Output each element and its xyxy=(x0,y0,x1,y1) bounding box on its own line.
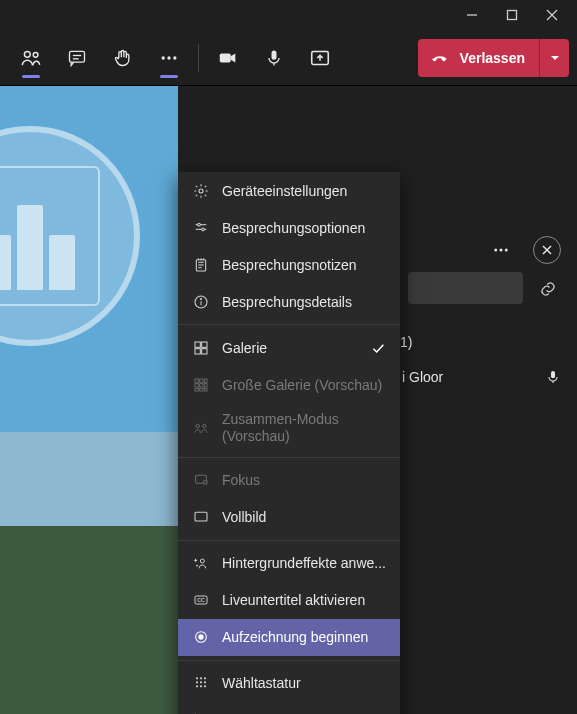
svg-point-54 xyxy=(200,559,204,563)
info-icon xyxy=(192,293,210,311)
meeting-stage: 1) i Gloor Geräteeinstellungen Besprechu… xyxy=(0,86,577,714)
camera-button[interactable] xyxy=(205,34,251,82)
menu-fullscreen[interactable]: Vollbild xyxy=(178,499,400,536)
menu-label: Aufzeichnung beginnen xyxy=(222,629,368,645)
svg-point-9 xyxy=(162,56,165,59)
menu-label: Zusammen-Modus xyxy=(222,411,339,428)
svg-rect-45 xyxy=(204,383,207,386)
svg-rect-1 xyxy=(508,11,517,20)
svg-rect-40 xyxy=(195,379,198,382)
cc-icon: CC xyxy=(192,591,210,609)
minimize-button[interactable] xyxy=(461,4,483,26)
copy-link-button[interactable] xyxy=(531,272,565,306)
focus-icon xyxy=(192,471,210,489)
video-tile xyxy=(0,86,178,714)
close-button[interactable] xyxy=(541,4,563,26)
more-actions-button[interactable] xyxy=(146,34,192,82)
svg-rect-13 xyxy=(272,50,277,59)
panel-more-button[interactable] xyxy=(487,236,515,264)
svg-rect-44 xyxy=(200,383,203,386)
svg-point-66 xyxy=(200,685,202,687)
menu-label: Geräteeinstellungen xyxy=(222,183,347,199)
leave-button[interactable]: Verlassen xyxy=(418,39,539,77)
svg-rect-46 xyxy=(195,388,198,391)
menu-separator xyxy=(178,324,400,325)
svg-point-25 xyxy=(202,228,205,231)
svg-rect-36 xyxy=(195,342,200,347)
svg-point-62 xyxy=(196,681,198,683)
meeting-toolbar: Verlassen xyxy=(0,30,577,86)
svg-point-50 xyxy=(203,424,206,427)
share-screen-button[interactable] xyxy=(297,34,343,82)
raise-hand-button[interactable] xyxy=(100,34,146,82)
record-icon xyxy=(192,628,210,646)
menu-label: Vollbild xyxy=(222,509,266,525)
menu-large-gallery: Große Galerie (Vorschau) xyxy=(178,366,400,403)
svg-point-35 xyxy=(200,298,201,299)
menu-label: Besprechungsdetails xyxy=(222,294,352,310)
chat-button[interactable] xyxy=(54,34,100,82)
menu-background-effects[interactable]: Hintergrundeffekte anwe... xyxy=(178,545,400,582)
svg-point-10 xyxy=(167,56,170,59)
svg-point-4 xyxy=(24,51,30,57)
menu-separator xyxy=(178,457,400,458)
menu-meeting-details[interactable]: Besprechungsdetails xyxy=(178,283,400,320)
svg-point-59 xyxy=(196,677,198,679)
participant-search-input[interactable] xyxy=(408,272,523,304)
menu-together-mode: Zusammen-Modus (Vorschau) xyxy=(178,403,400,453)
menu-label: Große Galerie (Vorschau) xyxy=(222,377,382,393)
university-seal-logo xyxy=(0,126,140,346)
svg-rect-47 xyxy=(200,388,203,391)
leave-dropdown-button[interactable] xyxy=(539,39,569,77)
grid-2x2-icon xyxy=(192,339,210,357)
menu-live-captions[interactable]: CC Liveuntertitel aktivieren xyxy=(178,582,400,619)
svg-point-5 xyxy=(33,52,38,57)
svg-rect-38 xyxy=(195,348,200,353)
dialpad-icon xyxy=(192,674,210,692)
gear-icon xyxy=(192,182,210,200)
svg-point-49 xyxy=(196,424,199,427)
svg-rect-53 xyxy=(195,512,207,521)
grid-3x3-icon xyxy=(192,376,210,394)
svg-point-60 xyxy=(200,677,202,679)
menu-separator xyxy=(178,540,400,541)
hangup-icon xyxy=(430,48,450,68)
menu-meeting-options[interactable]: Besprechungsoptionen xyxy=(178,209,400,246)
maximize-button[interactable] xyxy=(501,4,523,26)
more-actions-menu: Geräteeinstellungen Besprechungsoptionen… xyxy=(178,172,400,714)
menu-label: Fokus xyxy=(222,472,260,488)
menu-start-recording[interactable]: Aufzeichnung beginnen xyxy=(178,619,400,656)
check-icon xyxy=(370,340,386,356)
menu-sublabel: (Vorschau) xyxy=(222,428,339,445)
svg-point-64 xyxy=(204,681,206,683)
together-icon xyxy=(192,419,210,437)
fullscreen-icon xyxy=(192,508,210,526)
panel-close-button[interactable] xyxy=(533,236,561,264)
svg-rect-39 xyxy=(202,348,207,353)
menu-disable-incoming-video[interactable]: Eingehendes Video deakt... xyxy=(178,702,400,714)
menu-label: Wähltastatur xyxy=(222,675,301,691)
svg-rect-42 xyxy=(204,379,207,382)
menu-dialpad[interactable]: Wähltastatur xyxy=(178,665,400,702)
notes-icon xyxy=(192,256,210,274)
menu-device-settings[interactable]: Geräteeinstellungen xyxy=(178,172,400,209)
svg-rect-41 xyxy=(200,379,203,382)
sliders-icon xyxy=(192,219,210,237)
sparkle-person-icon xyxy=(192,554,210,572)
svg-rect-37 xyxy=(202,342,207,347)
svg-point-21 xyxy=(199,189,203,193)
window-titlebar xyxy=(0,0,577,30)
menu-label: Besprechungsnotizen xyxy=(222,257,357,273)
menu-label: Galerie xyxy=(222,340,267,356)
svg-point-11 xyxy=(173,56,176,59)
leave-label: Verlassen xyxy=(460,50,525,66)
svg-rect-6 xyxy=(70,51,85,62)
toolbar-divider xyxy=(198,44,199,72)
microphone-button[interactable] xyxy=(251,34,297,82)
menu-meeting-notes[interactable]: Besprechungsnotizen xyxy=(178,246,400,283)
svg-point-17 xyxy=(505,249,508,252)
participants-button[interactable] xyxy=(8,34,54,82)
participant-name-fragment: i Gloor xyxy=(402,369,443,385)
svg-text:CC: CC xyxy=(197,597,205,603)
menu-gallery[interactable]: Galerie xyxy=(178,329,400,366)
